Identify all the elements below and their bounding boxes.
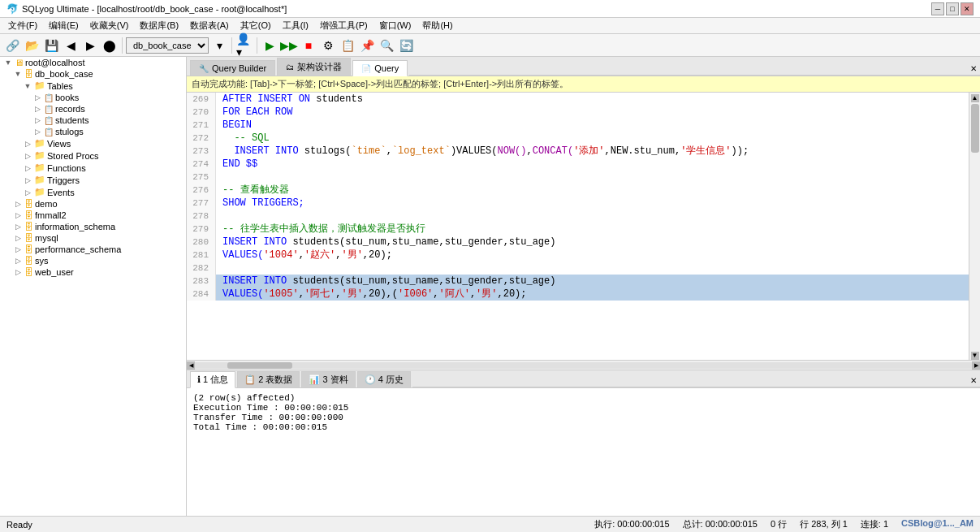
code-line-284[interactable]: 284VALUES('1005','阿七','男',20),('I006','阿… [187, 288, 969, 301]
tab-query[interactable]: 📄 Query [352, 60, 408, 76]
editor-area[interactable]: 269AFTER INSERT ON students270FOR EACH R… [187, 93, 969, 360]
sidebar-item-performance-schema[interactable]: ▷ 🗄 performance_schema [0, 244, 186, 255]
sidebar-item-label: Tables [47, 81, 73, 91]
minimize-button[interactable]: ─ [931, 2, 944, 15]
menu-window[interactable]: 窗口(W) [374, 18, 417, 33]
menu-favorites[interactable]: 收藏夹(V) [85, 18, 134, 33]
db-icon: 🗄 [24, 222, 33, 231]
save-button[interactable]: 💾 [42, 37, 60, 54]
sidebar-item-root[interactable]: ▼ 🖥 root@localhost [0, 57, 186, 68]
code-line-279[interactable]: 279-- 往学生表中插入数据，测试触发器是否执行 [187, 223, 969, 236]
sidebar-item-web-user[interactable]: ▷ 🗄 web_user [0, 266, 186, 278]
paste-button[interactable]: 📌 [358, 37, 376, 54]
tab-schema-designer[interactable]: 🗂 架构设计器 [277, 58, 351, 76]
line-number: 278 [187, 210, 216, 223]
menu-tools[interactable]: 工具(I) [278, 18, 313, 33]
sidebar-item-mysql[interactable]: ▷ 🗄 mysql [0, 232, 186, 244]
code-line-274[interactable]: 274END $$ [187, 158, 969, 171]
replace-button[interactable]: 🔄 [397, 37, 415, 54]
bottom-tab-history[interactable]: 🕐 4 历史 [357, 371, 411, 387]
menu-enhance[interactable]: 增强工具(P) [315, 18, 373, 33]
h-scroll-thumb[interactable] [227, 362, 292, 369]
menu-edit[interactable]: 编辑(E) [44, 18, 84, 33]
back-button[interactable]: ◀ [62, 37, 80, 54]
sidebar-item-functions[interactable]: ▷ 📁 Functions [0, 162, 186, 174]
sidebar-item-books[interactable]: ▷ 📋 books [0, 92, 186, 103]
run-button[interactable]: ▶ [261, 37, 278, 54]
bottom-tab-info[interactable]: ℹ 1 信息 [190, 371, 235, 388]
open-button[interactable]: 📂 [23, 37, 41, 54]
code-line-273[interactable]: 273 INSERT INTO stulogs(`time`,`log_text… [187, 145, 969, 158]
sidebar: ▼ 🖥 root@localhost ▼ 🗄 db_book_case ▼ 📁 … [0, 57, 187, 516]
run-all-button[interactable]: ▶▶ [280, 37, 298, 54]
format-button[interactable]: ⚙ [319, 37, 337, 54]
find-button[interactable]: 🔍 [378, 37, 395, 54]
tab-close[interactable]: ✕ [967, 63, 980, 76]
user-icon[interactable]: 👤▾ [235, 37, 253, 54]
code-line-280[interactable]: 280INSERT INTO students(stu_num,stu_name… [187, 236, 969, 249]
sidebar-item-stulogs[interactable]: ▷ 📋 stulogs [0, 126, 186, 137]
code-line-269[interactable]: 269AFTER INSERT ON students [187, 93, 969, 106]
close-button[interactable]: ✕ [961, 2, 974, 15]
scroll-left-button[interactable]: ◀ [187, 361, 195, 370]
sidebar-item-events[interactable]: ▷ 📁 Events [0, 186, 186, 198]
sidebar-item-sys[interactable]: ▷ 🗄 sys [0, 255, 186, 266]
sep3 [257, 37, 257, 54]
code-line-271[interactable]: 271BEGIN [187, 119, 969, 132]
sidebar-item-information-schema[interactable]: ▷ 🗄 information_schema [0, 221, 186, 232]
sidebar-item-stored-procs[interactable]: ▷ 📁 Stored Procs [0, 149, 186, 162]
sidebar-item-fmmall2[interactable]: ▷ 🗄 fmmall2 [0, 210, 186, 221]
code-line-283[interactable]: 283INSERT INTO students(stu_num,stu_name… [187, 275, 969, 288]
code-line-278[interactable]: 278 [187, 210, 969, 223]
line-number: 281 [187, 249, 216, 262]
menu-help[interactable]: 帮助(H) [417, 18, 457, 33]
new-conn-button[interactable]: 🔗 [3, 37, 21, 54]
code-line-281[interactable]: 281VALUES('1004','赵六','男',20); [187, 249, 969, 262]
line-number: 282 [187, 262, 216, 275]
sidebar-item-demo[interactable]: ▷ 🗄 demo [0, 198, 186, 210]
copy-button[interactable]: 📋 [339, 37, 356, 54]
bottom-tab-tabledata[interactable]: 📋 2 表数据 [237, 371, 300, 387]
tab-label: 架构设计器 [297, 61, 342, 73]
code-line-275[interactable]: 275 [187, 171, 969, 184]
sidebar-item-students[interactable]: ▷ 📋 students [0, 115, 186, 126]
sidebar-item-records[interactable]: ▷ 📋 records [0, 103, 186, 115]
tab-label: Query [374, 63, 399, 73]
expand-icon: ▷ [32, 115, 42, 125]
code-line-277[interactable]: 277SHOW TRIGGERS; [187, 197, 969, 210]
info-line1: (2 row(s) affected) [193, 393, 974, 403]
db-select-arrow[interactable]: ▾ [210, 37, 228, 54]
menu-file[interactable]: 文件(F) [3, 18, 42, 33]
bottom-panel-close[interactable]: ✕ [967, 374, 980, 387]
scroll-up-button[interactable]: ▲ [971, 94, 979, 102]
database-select[interactable]: db_book_case [126, 37, 209, 54]
maximize-button[interactable]: □ [946, 2, 959, 15]
vertical-scrollbar[interactable]: ▲ ▼ [969, 93, 980, 360]
stop-query-button[interactable]: ■ [300, 37, 317, 54]
menu-database[interactable]: 数据库(B) [135, 18, 183, 33]
menu-other[interactable]: 其它(O) [235, 18, 276, 33]
sidebar-item-label: mysql [35, 233, 58, 243]
sidebar-item-label: Views [47, 139, 71, 149]
sidebar-item-triggers[interactable]: ▷ 📁 Triggers [0, 174, 186, 186]
bottom-tab-info2[interactable]: 📊 3 资料 [301, 371, 355, 387]
stop-button[interactable]: ⬤ [101, 37, 119, 54]
sidebar-item-db-book-case[interactable]: ▼ 🗄 db_book_case [0, 68, 186, 80]
horizontal-scrollbar[interactable]: ◀ ▶ [187, 360, 980, 370]
scroll-right-button[interactable]: ▶ [972, 361, 980, 370]
code-line-270[interactable]: 270FOR EACH ROW [187, 106, 969, 119]
tab-query-builder[interactable]: 🔧 Query Builder [190, 60, 275, 76]
sidebar-item-label: sys [35, 256, 49, 266]
info-line3: Transfer Time : 00:00:00:000 [193, 413, 974, 422]
menu-table[interactable]: 数据表(A) [185, 18, 234, 33]
code-line-276[interactable]: 276-- 查看触发器 [187, 184, 969, 197]
sidebar-item-views[interactable]: ▷ 📁 Views [0, 137, 186, 149]
sidebar-item-label: books [55, 93, 79, 102]
scroll-down-button[interactable]: ▼ [971, 352, 979, 360]
scroll-thumb[interactable] [971, 104, 979, 153]
code-line-272[interactable]: 272 -- SQL [187, 132, 969, 145]
sidebar-item-tables[interactable]: ▼ 📁 Tables [0, 80, 186, 92]
forward-button[interactable]: ▶ [81, 37, 99, 54]
sep2 [231, 37, 232, 54]
code-line-282[interactable]: 282 [187, 262, 969, 275]
